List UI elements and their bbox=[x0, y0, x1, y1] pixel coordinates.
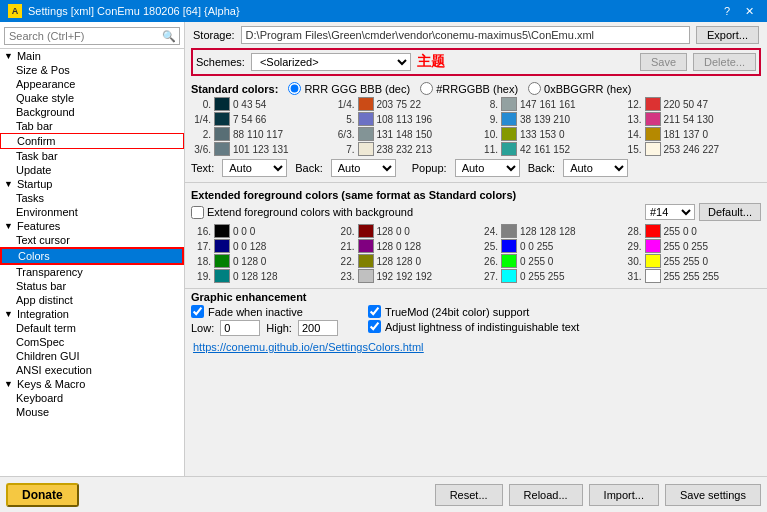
sidebar-item-background[interactable]: Background bbox=[0, 105, 184, 119]
sidebar-item-features[interactable]: ▼ Features bbox=[0, 219, 184, 233]
export-button[interactable]: Export... bbox=[696, 26, 759, 44]
sidebar-item-transparency[interactable]: Transparency bbox=[0, 265, 184, 279]
ext-swatch-17[interactable] bbox=[214, 239, 230, 253]
search-input[interactable] bbox=[4, 27, 180, 45]
color-swatch-13[interactable] bbox=[645, 112, 661, 126]
sidebar-item-default-term[interactable]: Default term bbox=[0, 321, 184, 335]
mode-rrr-radio[interactable] bbox=[288, 82, 301, 95]
sidebar-item-tasks[interactable]: Tasks bbox=[0, 191, 184, 205]
donate-button[interactable]: Donate bbox=[6, 483, 79, 507]
sidebar-item-startup[interactable]: ▼ Startup bbox=[0, 177, 184, 191]
sidebar-item-size-pos[interactable]: Size & Pos bbox=[0, 63, 184, 77]
settings-link-text[interactable]: https://conemu.github.io/en/SettingsColo… bbox=[193, 341, 424, 353]
back-select[interactable]: Auto bbox=[331, 159, 396, 177]
color-swatch-1b[interactable] bbox=[214, 112, 230, 126]
color-swatch-0[interactable] bbox=[214, 97, 230, 111]
mode-hex6-label[interactable]: #RRGGBB (hex) bbox=[420, 82, 518, 95]
fade-checkbox[interactable] bbox=[191, 305, 204, 318]
ext-swatch-26[interactable] bbox=[501, 254, 517, 268]
color-swatch-5[interactable] bbox=[358, 112, 374, 126]
ext-swatch-31[interactable] bbox=[645, 269, 661, 283]
search-icon-btn[interactable]: 🔍 bbox=[162, 30, 176, 43]
sidebar-item-main[interactable]: ▼ Main bbox=[0, 49, 184, 63]
graphic-left: Fade when inactive Low: High: bbox=[191, 305, 338, 336]
sidebar-item-tab-bar[interactable]: Tab bar bbox=[0, 119, 184, 133]
ext-swatch-24[interactable] bbox=[501, 224, 517, 238]
popup-select[interactable]: Auto bbox=[455, 159, 520, 177]
sidebar-item-app-distinct[interactable]: App distinct bbox=[0, 293, 184, 307]
import-button[interactable]: Import... bbox=[589, 484, 659, 506]
ext-swatch-28[interactable] bbox=[645, 224, 661, 238]
ext-swatch-29[interactable] bbox=[645, 239, 661, 253]
default-button[interactable]: Default... bbox=[699, 203, 761, 221]
mode-hex6-radio[interactable] bbox=[420, 82, 433, 95]
save-settings-button[interactable]: Save settings bbox=[665, 484, 761, 506]
ext-swatch-22[interactable] bbox=[358, 254, 374, 268]
sidebar-item-confirm[interactable]: Confirm bbox=[0, 133, 184, 149]
mode-rrr-label[interactable]: RRR GGG BBB (dec) bbox=[288, 82, 410, 95]
color-swatch-3[interactable] bbox=[214, 142, 230, 156]
mode-hex8-label[interactable]: 0xBBGGRR (hex) bbox=[528, 82, 631, 95]
sidebar-item-environment[interactable]: Environment bbox=[0, 205, 184, 219]
color-swatch-8[interactable] bbox=[501, 97, 517, 111]
sidebar-item-ansi-execution[interactable]: ANSI execution bbox=[0, 363, 184, 377]
storage-path-input[interactable] bbox=[241, 26, 690, 44]
color-7: 7. 238 232 213 bbox=[335, 142, 475, 156]
ext-swatch-20[interactable] bbox=[358, 224, 374, 238]
ext-color-30: 30. 255 255 0 bbox=[622, 254, 762, 268]
color-swatch-1[interactable] bbox=[358, 97, 374, 111]
high-input[interactable] bbox=[298, 320, 338, 336]
color-swatch-6[interactable] bbox=[358, 127, 374, 141]
extend-checkbox[interactable] bbox=[191, 206, 204, 219]
sidebar-item-comspec[interactable]: ComSpec bbox=[0, 335, 184, 349]
sidebar-item-mouse[interactable]: Mouse bbox=[0, 405, 184, 419]
sidebar-item-colors[interactable]: Colors bbox=[0, 247, 184, 265]
schemes-save-button[interactable]: Save bbox=[640, 53, 687, 71]
ext-swatch-18[interactable] bbox=[214, 254, 230, 268]
back2-select[interactable]: Auto bbox=[563, 159, 628, 177]
ext-swatch-30[interactable] bbox=[645, 254, 661, 268]
schemes-select[interactable]: <Solarized> bbox=[251, 53, 411, 71]
color-swatch-12[interactable] bbox=[645, 97, 661, 111]
ext-swatch-19[interactable] bbox=[214, 269, 230, 283]
color-swatch-15[interactable] bbox=[645, 142, 661, 156]
text-select[interactable]: Auto bbox=[222, 159, 287, 177]
ext-swatch-25[interactable] bbox=[501, 239, 517, 253]
reload-button[interactable]: Reload... bbox=[509, 484, 583, 506]
truemod-checkbox[interactable] bbox=[368, 305, 381, 318]
sidebar-item-label: Confirm bbox=[17, 135, 56, 147]
color-swatch-2[interactable] bbox=[214, 127, 230, 141]
sidebar-item-integration[interactable]: ▼ Integration bbox=[0, 307, 184, 321]
sidebar-item-label: Children GUI bbox=[16, 350, 80, 362]
ext-swatch-27[interactable] bbox=[501, 269, 517, 283]
color-swatch-9[interactable] bbox=[501, 112, 517, 126]
sidebar-item-quake-style[interactable]: Quake style bbox=[0, 91, 184, 105]
mode-hex8-radio[interactable] bbox=[528, 82, 541, 95]
color-swatch-7[interactable] bbox=[358, 142, 374, 156]
close-button[interactable]: ✕ bbox=[739, 3, 759, 19]
ext-num-select[interactable]: #14 bbox=[645, 204, 695, 220]
sidebar-item-children-gui[interactable]: Children GUI bbox=[0, 349, 184, 363]
color-swatch-14[interactable] bbox=[645, 127, 661, 141]
sidebar-item-update[interactable]: Update bbox=[0, 163, 184, 177]
color-swatch-11[interactable] bbox=[501, 142, 517, 156]
schemes-delete-button[interactable]: Delete... bbox=[693, 53, 756, 71]
ext-swatch-16[interactable] bbox=[214, 224, 230, 238]
ext-color-19: 19. 0 128 128 bbox=[191, 269, 331, 283]
help-button[interactable]: ? bbox=[717, 3, 737, 19]
sidebar-item-keys-macro[interactable]: ▼ Keys & Macro bbox=[0, 377, 184, 391]
color-swatch-10[interactable] bbox=[501, 127, 517, 141]
ext-swatch-23[interactable] bbox=[358, 269, 374, 283]
sidebar-item-text-cursor[interactable]: Text cursor bbox=[0, 233, 184, 247]
settings-link[interactable]: https://conemu.github.io/en/SettingsColo… bbox=[185, 338, 767, 356]
sidebar-item-keyboard[interactable]: Keyboard bbox=[0, 391, 184, 405]
reset-button[interactable]: Reset... bbox=[435, 484, 503, 506]
adjust-checkbox[interactable] bbox=[368, 320, 381, 333]
main-layout: 🔍 ▼ Main Size & Pos Appearance Quake sty… bbox=[0, 22, 767, 476]
sidebar-item-appearance[interactable]: Appearance bbox=[0, 77, 184, 91]
back-label: Back: bbox=[295, 162, 323, 174]
sidebar-item-task-bar[interactable]: Task bar bbox=[0, 149, 184, 163]
low-input[interactable] bbox=[220, 320, 260, 336]
ext-swatch-21[interactable] bbox=[358, 239, 374, 253]
sidebar-item-status-bar[interactable]: Status bar bbox=[0, 279, 184, 293]
